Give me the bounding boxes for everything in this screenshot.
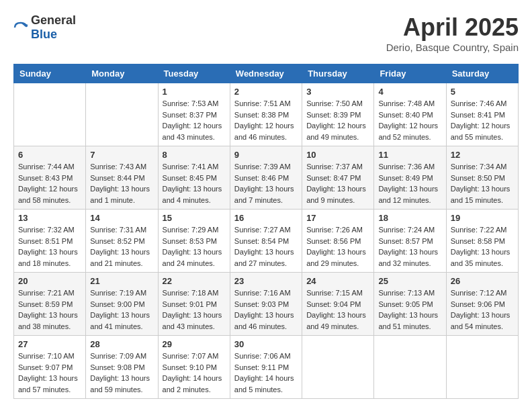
day-number: 25 [378, 276, 441, 286]
logo: General Blue [13, 13, 76, 42]
calendar-cell: 27Sunrise: 7:10 AMSunset: 9:07 PMDayligh… [14, 336, 86, 399]
day-info: Sunrise: 7:29 AMSunset: 8:53 PMDaylight:… [163, 224, 226, 269]
calendar-cell: 10Sunrise: 7:37 AMSunset: 8:47 PMDayligh… [302, 146, 374, 210]
day-info: Sunrise: 7:13 AMSunset: 9:05 PMDaylight:… [378, 287, 441, 332]
day-number: 18 [378, 213, 441, 223]
day-info: Sunrise: 7:15 AMSunset: 9:04 PMDaylight:… [306, 287, 369, 332]
day-number: 2 [234, 87, 298, 97]
calendar-cell [86, 83, 158, 146]
weekday-header: Tuesday [158, 64, 230, 83]
day-info: Sunrise: 7:10 AMSunset: 9:07 PMDaylight:… [18, 351, 81, 395]
calendar-table: SundayMondayTuesdayWednesdayThursdayFrid… [13, 64, 519, 399]
weekday-header: Wednesday [230, 64, 302, 83]
calendar-cell: 23Sunrise: 7:16 AMSunset: 9:03 PMDayligh… [230, 273, 302, 336]
day-number: 17 [306, 213, 369, 223]
day-number: 13 [18, 213, 81, 223]
day-number: 19 [451, 213, 514, 223]
calendar-cell: 20Sunrise: 7:21 AMSunset: 8:59 PMDayligh… [14, 273, 86, 336]
day-number: 20 [18, 276, 81, 286]
calendar-cell: 2Sunrise: 7:51 AMSunset: 8:38 PMDaylight… [230, 83, 302, 146]
day-number: 16 [234, 213, 298, 223]
day-number: 15 [163, 213, 226, 223]
day-number: 3 [306, 87, 369, 97]
day-number: 6 [18, 150, 81, 160]
calendar-week-row: 27Sunrise: 7:10 AMSunset: 9:07 PMDayligh… [14, 336, 519, 399]
calendar-cell: 16Sunrise: 7:27 AMSunset: 8:54 PMDayligh… [230, 210, 302, 273]
calendar-cell: 29Sunrise: 7:07 AMSunset: 9:10 PMDayligh… [158, 336, 230, 399]
weekday-header: Monday [86, 64, 158, 83]
day-number: 26 [451, 276, 514, 286]
day-number: 4 [378, 87, 441, 97]
day-info: Sunrise: 7:27 AMSunset: 8:54 PMDaylight:… [234, 224, 298, 269]
calendar-cell: 11Sunrise: 7:36 AMSunset: 8:49 PMDayligh… [374, 146, 446, 210]
weekday-header: Thursday [302, 64, 374, 83]
calendar-cell: 25Sunrise: 7:13 AMSunset: 9:05 PMDayligh… [374, 273, 446, 336]
day-info: Sunrise: 7:53 AMSunset: 8:37 PMDaylight:… [163, 98, 226, 142]
day-number: 9 [234, 150, 298, 160]
day-info: Sunrise: 7:51 AMSunset: 8:38 PMDaylight:… [234, 98, 298, 142]
day-info: Sunrise: 7:46 AMSunset: 8:41 PMDaylight:… [451, 98, 514, 142]
day-info: Sunrise: 7:16 AMSunset: 9:03 PMDaylight:… [234, 287, 298, 332]
day-number: 10 [306, 150, 369, 160]
location: Derio, Basque Country, Spain [386, 42, 519, 53]
day-info: Sunrise: 7:32 AMSunset: 8:51 PMDaylight:… [18, 224, 81, 269]
calendar-header-row: SundayMondayTuesdayWednesdayThursdayFrid… [14, 64, 519, 83]
calendar-week-row: 13Sunrise: 7:32 AMSunset: 8:51 PMDayligh… [14, 210, 519, 273]
calendar-cell: 24Sunrise: 7:15 AMSunset: 9:04 PMDayligh… [302, 273, 374, 336]
logo-icon [13, 20, 28, 35]
day-info: Sunrise: 7:06 AMSunset: 9:11 PMDaylight:… [234, 351, 298, 395]
day-info: Sunrise: 7:09 AMSunset: 9:08 PMDaylight:… [90, 351, 153, 395]
calendar-cell: 8Sunrise: 7:41 AMSunset: 8:45 PMDaylight… [158, 146, 230, 210]
day-number: 28 [90, 339, 153, 349]
logo-general: General [31, 13, 76, 27]
day-info: Sunrise: 7:44 AMSunset: 8:43 PMDaylight:… [18, 161, 81, 205]
day-info: Sunrise: 7:41 AMSunset: 8:45 PMDaylight:… [163, 161, 226, 205]
calendar-cell: 9Sunrise: 7:39 AMSunset: 8:46 PMDaylight… [230, 146, 302, 210]
day-info: Sunrise: 7:48 AMSunset: 8:40 PMDaylight:… [378, 98, 441, 142]
day-info: Sunrise: 7:22 AMSunset: 8:58 PMDaylight:… [451, 224, 514, 269]
page-header: General Blue April 2025 Derio, Basque Co… [13, 13, 519, 53]
day-number: 22 [163, 276, 226, 286]
calendar-cell: 19Sunrise: 7:22 AMSunset: 8:58 PMDayligh… [446, 210, 518, 273]
weekday-header: Friday [374, 64, 446, 83]
day-number: 1 [163, 87, 226, 97]
calendar-cell: 4Sunrise: 7:48 AMSunset: 8:40 PMDaylight… [374, 83, 446, 146]
day-info: Sunrise: 7:12 AMSunset: 9:06 PMDaylight:… [451, 287, 514, 332]
day-number: 12 [451, 150, 514, 160]
calendar-cell: 7Sunrise: 7:43 AMSunset: 8:44 PMDaylight… [86, 146, 158, 210]
day-info: Sunrise: 7:39 AMSunset: 8:46 PMDaylight:… [234, 161, 298, 205]
calendar-week-row: 1Sunrise: 7:53 AMSunset: 8:37 PMDaylight… [14, 83, 519, 146]
day-info: Sunrise: 7:24 AMSunset: 8:57 PMDaylight:… [378, 224, 441, 269]
day-number: 8 [163, 150, 226, 160]
weekday-header: Saturday [446, 64, 518, 83]
calendar-cell: 5Sunrise: 7:46 AMSunset: 8:41 PMDaylight… [446, 83, 518, 146]
day-number: 23 [234, 276, 298, 286]
title-block: April 2025 Derio, Basque Country, Spain [386, 13, 519, 53]
day-info: Sunrise: 7:34 AMSunset: 8:50 PMDaylight:… [451, 161, 514, 205]
calendar-cell: 30Sunrise: 7:06 AMSunset: 9:11 PMDayligh… [230, 336, 302, 399]
day-number: 11 [378, 150, 441, 160]
calendar-cell: 13Sunrise: 7:32 AMSunset: 8:51 PMDayligh… [14, 210, 86, 273]
calendar-cell: 6Sunrise: 7:44 AMSunset: 8:43 PMDaylight… [14, 146, 86, 210]
calendar-cell: 21Sunrise: 7:19 AMSunset: 9:00 PMDayligh… [86, 273, 158, 336]
calendar-cell [302, 336, 374, 399]
calendar-cell: 1Sunrise: 7:53 AMSunset: 8:37 PMDaylight… [158, 83, 230, 146]
day-number: 5 [451, 87, 514, 97]
day-info: Sunrise: 7:18 AMSunset: 9:01 PMDaylight:… [163, 287, 226, 332]
day-info: Sunrise: 7:26 AMSunset: 8:56 PMDaylight:… [306, 224, 369, 269]
calendar-cell [374, 336, 446, 399]
day-info: Sunrise: 7:21 AMSunset: 8:59 PMDaylight:… [18, 287, 81, 332]
calendar-cell [446, 336, 518, 399]
day-number: 24 [306, 276, 369, 286]
weekday-header: Sunday [14, 64, 86, 83]
logo-text: General Blue [31, 13, 76, 42]
calendar-week-row: 6Sunrise: 7:44 AMSunset: 8:43 PMDaylight… [14, 146, 519, 210]
day-info: Sunrise: 7:19 AMSunset: 9:00 PMDaylight:… [90, 287, 153, 332]
calendar-week-row: 20Sunrise: 7:21 AMSunset: 8:59 PMDayligh… [14, 273, 519, 336]
calendar-cell: 14Sunrise: 7:31 AMSunset: 8:52 PMDayligh… [86, 210, 158, 273]
logo-blue: Blue [31, 28, 57, 41]
day-number: 30 [234, 339, 298, 349]
calendar-cell [14, 83, 86, 146]
calendar-cell: 3Sunrise: 7:50 AMSunset: 8:39 PMDaylight… [302, 83, 374, 146]
month-year: April 2025 [386, 13, 519, 42]
